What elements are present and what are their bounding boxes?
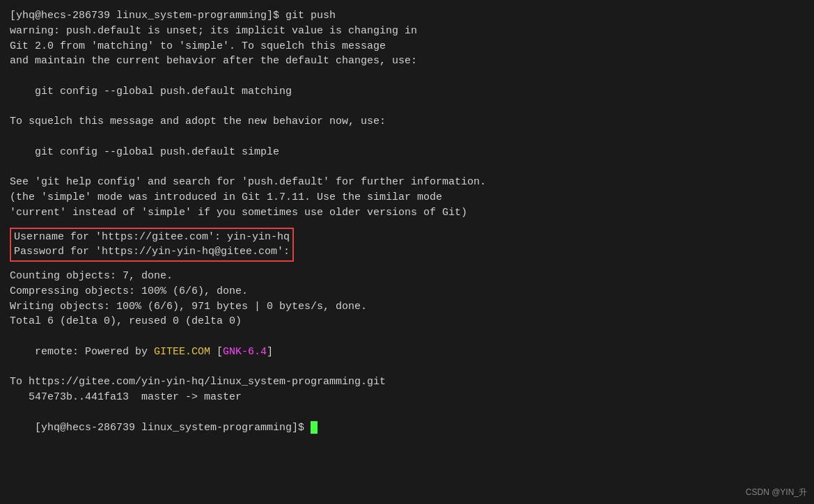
auth-box: Username for 'https://gitee.com': yin-yi… — [10, 225, 804, 265]
cursor-block — [311, 421, 318, 434]
bracket-open: [ — [210, 346, 223, 358]
current-line: 'current' instead of 'simple' if you som… — [10, 205, 804, 221]
cmd-line: [yhq@hecs-286739 linux_system-programmin… — [10, 8, 804, 24]
squelch-line: To squelch this message and adopt the ne… — [10, 114, 804, 129]
warning-line-2: Git 2.0 from 'matching' to 'simple'. To … — [10, 39, 804, 54]
final-prompt: [yhq@hecs-286739 linux_system-programmin… — [10, 405, 804, 450]
warning-line-1: warning: push.default is unset; its impl… — [10, 24, 804, 39]
empty-4 — [10, 160, 804, 175]
gnk-text: GNK-6.4 — [223, 346, 267, 358]
remote-line: remote: Powered by GITEE.COM [GNK-6.4] — [10, 329, 804, 375]
empty-3 — [10, 129, 804, 145]
cmd-simple: git config --global push.default simple — [10, 145, 804, 160]
empty-1 — [10, 69, 804, 84]
bracket-close: ] — [267, 346, 273, 358]
to-line: To https://gitee.com/yin-yin-hq/linux_sy… — [10, 375, 804, 390]
total-line: Total 6 (delta 0), reused 0 (delta 0) — [10, 314, 804, 329]
hash-line: 547e73b..441fa13 master -> master — [10, 390, 804, 405]
the-line: (the 'simple' mode was introduced in Git… — [10, 190, 804, 205]
see-line: See 'git help config' and search for 'pu… — [10, 175, 804, 190]
remote-prefix: remote: Powered by — [35, 346, 154, 358]
auth-highlight-box: Username for 'https://gitee.com': yin-yi… — [10, 228, 294, 262]
warning-line-3: and maintain the current behavior after … — [10, 54, 804, 69]
csdn-watermark: CSDN @YIN_升 — [746, 487, 807, 498]
cmd-matching: git config --global push.default matchin… — [10, 84, 804, 100]
password-line: Password for 'https://yin-yin-hq@gitee.c… — [11, 244, 292, 260]
compressing-line: Compressing objects: 100% (6/6), done. — [10, 284, 804, 299]
writing-line: Writing objects: 100% (6/6), 971 bytes |… — [10, 299, 804, 315]
empty-2 — [10, 100, 804, 115]
terminal: [yhq@hecs-286739 linux_system-programmin… — [0, 0, 814, 504]
counting-line: Counting objects: 7, done. — [10, 269, 804, 284]
username-line: Username for 'https://gitee.com': yin-yi… — [11, 230, 292, 245]
prompt-text: [yhq@hecs-286739 linux_system-programmin… — [35, 422, 311, 434]
gitee-text: GITEE.COM — [154, 346, 210, 358]
